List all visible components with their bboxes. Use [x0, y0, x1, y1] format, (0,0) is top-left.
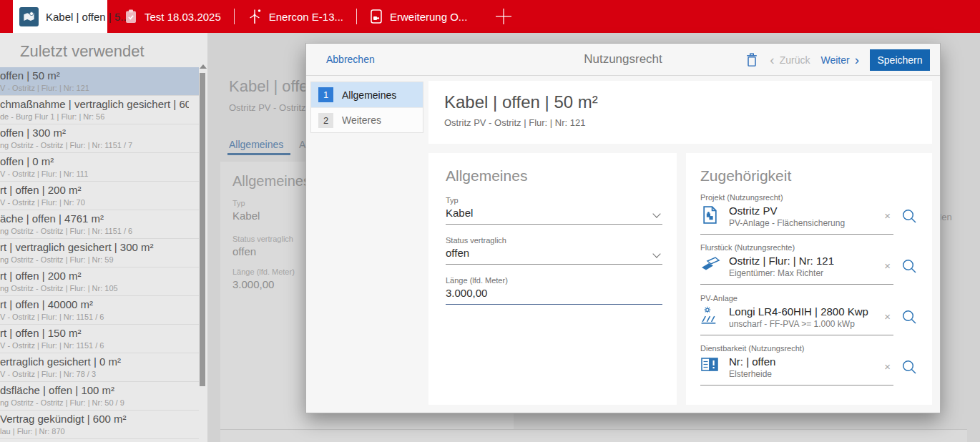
- sidebar-title: Zuletzt verwendet: [0, 33, 207, 67]
- list-item-title: Vertrag gekündigt | 600 m²: [0, 413, 189, 425]
- list-item-title: rt | offen | 40000 m²: [0, 298, 189, 310]
- tab-test[interactable]: Test 18.03.2025: [114, 0, 231, 33]
- belonging-panel-title: Zugehörigkeit: [700, 167, 791, 185]
- field-underline: [446, 304, 662, 305]
- search-icon[interactable]: [901, 359, 918, 378]
- scroll-up-icon[interactable]: [200, 64, 207, 69]
- clear-icon[interactable]: ×: [884, 310, 891, 323]
- field-value: offen: [446, 247, 662, 259]
- sidebar-recent: Zuletzt verwendet offen | 50 m² V - Ostr…: [0, 33, 207, 442]
- list-item-subtitle: V - Ostritz | Flur: | Nr: 111: [0, 170, 189, 178]
- list-item-title: rt | vertraglich gesichert | 300 m²: [0, 241, 189, 253]
- list-item[interactable]: Vertrag gekündigt | 600 m² lau | Flur: |…: [0, 411, 199, 439]
- lookup-label: PV-Anlage: [700, 294, 918, 303]
- list-item-subtitle: ng Ostritz - Ostritz | Flur: | Nr: 1151 …: [0, 227, 189, 235]
- tab-erweiterung[interactable]: Erweiterung O...: [360, 0, 477, 33]
- map-pin-icon: [19, 7, 39, 26]
- step-label: Weiteres: [342, 114, 381, 126]
- wizard-steps: 1 Allgemeines 2 Weiteres: [310, 82, 423, 133]
- list-item[interactable]: dsfläche | offen | 100 m² ng Ostritz - O…: [0, 382, 199, 411]
- lookup-title: Longi LR4-60HIH | 2800 Kwp: [729, 305, 878, 318]
- lookup-label: Dienstbarkeit (Nutzungsrecht): [700, 344, 918, 353]
- record-header: Kabel | offen | 50 m² Ostritz PV - Ostri…: [428, 81, 932, 144]
- lookup-title: Ostritz PV: [729, 205, 878, 217]
- list-item[interactable]: rt | offen | 200 m² ng Ostritz - Ostritz…: [0, 267, 199, 296]
- new-tab-button[interactable]: [487, 0, 520, 33]
- delete-icon[interactable]: [745, 51, 759, 68]
- next-button[interactable]: Weiter ›: [820, 54, 859, 66]
- list-item[interactable]: Sicherung nicht erforderlich | 300 m²: [0, 439, 199, 442]
- wizard-step-allgemeines[interactable]: 1 Allgemeines: [311, 82, 423, 107]
- list-item[interactable]: rt | offen | 40000 m² V - Ostritz | Flur…: [0, 296, 199, 325]
- background-lower-section: [220, 429, 967, 442]
- lookup-pv-anlage[interactable]: PV-Anlage: [700, 294, 918, 335]
- tab-allgemeines[interactable]: Allgemeines: [229, 139, 283, 150]
- general-panel-title: Allgemeines: [446, 167, 527, 185]
- search-icon[interactable]: [901, 258, 918, 278]
- list-item[interactable]: rt | offen | 150 m² V - Ostritz | Flur: …: [0, 325, 199, 353]
- search-icon[interactable]: [901, 208, 918, 227]
- belonging-panel: Zugehörigkeit Projekt (Nutzungsrecht): [686, 153, 932, 405]
- tab-separator: [234, 9, 235, 24]
- list-item[interactable]: ertraglich gesichert | 0 m² V - Ostritz …: [0, 353, 199, 382]
- recent-list: offen | 50 m² V - Ostritz | Flur: | Nr: …: [0, 67, 207, 442]
- save-button[interactable]: Speichern: [870, 49, 930, 71]
- lookup-flurstueck[interactable]: Flurstück (Nutzungsrechte) Ostritz | Flu…: [700, 243, 918, 285]
- back-label: Zurück: [780, 54, 810, 66]
- clear-icon[interactable]: ×: [884, 260, 891, 272]
- lookup-projekt[interactable]: Projekt (Nutzungsrecht) Ostritz PV: [700, 193, 918, 235]
- list-item-title: offen | 0 m²: [0, 155, 189, 167]
- list-item[interactable]: chmaßnahme | vertraglich gesichert | 600…: [0, 96, 199, 124]
- clear-icon[interactable]: ×: [884, 360, 891, 373]
- list-item[interactable]: offen | 300 m² ng Ostritz - Ostritz | Fl…: [0, 124, 199, 153]
- document-puzzle-icon: [370, 9, 383, 24]
- typ-select[interactable]: Typ Kabel: [446, 196, 662, 225]
- tab-kabel-offen[interactable]: Kabel | offen | 5...: [13, 0, 107, 33]
- tab-enercon[interactable]: Enercon E-13...: [237, 0, 353, 33]
- list-item[interactable]: äche | offen | 4761 m² ng Ostritz - Ostr…: [0, 210, 199, 239]
- parcel-icon: [700, 255, 729, 278]
- list-item-title: ertraglich gesichert | 0 m²: [0, 355, 189, 368]
- list-item-subtitle: V - Ostritz | Flur: | Nr: 70: [0, 198, 189, 207]
- list-item-subtitle: V - Ostritz | Flur: | Nr: 78 / 3: [0, 370, 189, 378]
- pv-plant-icon: [700, 305, 729, 329]
- lookup-title: Nr: | offen: [729, 355, 878, 368]
- field-underline: [446, 264, 662, 265]
- list-item-subtitle: de - Burg Flur 1 | Flur: | Nr: 56: [0, 112, 189, 121]
- list-item-title: dsfläche | offen | 100 m²: [0, 384, 189, 396]
- scrollbar-thumb[interactable]: [200, 73, 205, 386]
- lookup-subtitle: Elsterheide: [729, 369, 878, 379]
- list-item-title: rt | offen | 200 m²: [0, 270, 189, 282]
- list-item-subtitle: ng Ostritz - Ostritz | Flur: | Nr: 1151 …: [0, 141, 189, 149]
- step-label: Allgemeines: [342, 89, 396, 101]
- lookup-dienstbarkeit[interactable]: Dienstbarkeit (Nutzungsrecht): [700, 344, 918, 385]
- field-value: offen: [232, 245, 256, 257]
- list-item-subtitle: V - Ostritz | Flur: | Nr: 121: [0, 84, 189, 92]
- nutzungsrecht-dialog: Abbrechen Nutzungsrecht ‹ Zurück Weiter …: [305, 43, 941, 413]
- list-item-title: rt | offen | 200 m²: [0, 184, 189, 196]
- sidebar-scrollbar[interactable]: [199, 62, 207, 442]
- list-item-subtitle: V - Ostritz | Flur: | Nr: 1151 / 6: [0, 313, 189, 321]
- list-item-subtitle: ng Ostritz - Ostritz | Flur: | Nr: 50 / …: [0, 398, 189, 407]
- dialog-header: Abbrechen Nutzungsrecht ‹ Zurück Weiter …: [306, 44, 940, 76]
- lookup-label: Flurstück (Nutzungsrechte): [700, 243, 918, 252]
- wizard-step-weiteres[interactable]: 2 Weiteres: [311, 107, 423, 132]
- list-item-subtitle: lau | Flur: | Nr: 870: [0, 427, 189, 436]
- list-item-subtitle: ng Ostritz - Ostritz | Flur: | Nr: 105: [0, 284, 189, 293]
- list-item-title: offen | 300 m²: [0, 127, 189, 139]
- field-label: Typ: [446, 196, 662, 205]
- clear-icon[interactable]: ×: [884, 210, 891, 222]
- laenge-input[interactable]: Länge (lfd. Meter) 3.000,00: [446, 276, 662, 305]
- easement-book-icon: [700, 355, 729, 379]
- titlebar: Kabel | offen | 5... Test 18.03.2025: [0, 0, 980, 33]
- list-item[interactable]: rt | offen | 200 m² V - Ostritz | Flur: …: [0, 182, 199, 210]
- list-item[interactable]: offen | 0 m² V - Ostritz | Flur: | Nr: 1…: [0, 153, 199, 182]
- field-label: Länge (lfd. Meter): [446, 276, 662, 285]
- search-icon[interactable]: [901, 309, 918, 328]
- list-item[interactable]: rt | vertraglich gesichert | 300 m² ng O…: [0, 239, 199, 267]
- list-item[interactable]: offen | 50 m² V - Ostritz | Flur: | Nr: …: [0, 67, 199, 96]
- status-vertraglich-select[interactable]: Status vertraglich offen: [446, 236, 662, 265]
- list-item-title: äche | offen | 4761 m²: [0, 212, 189, 225]
- record-title: Kabel | offen | 50 m²: [444, 92, 932, 112]
- back-button[interactable]: ‹ Zurück: [770, 54, 810, 66]
